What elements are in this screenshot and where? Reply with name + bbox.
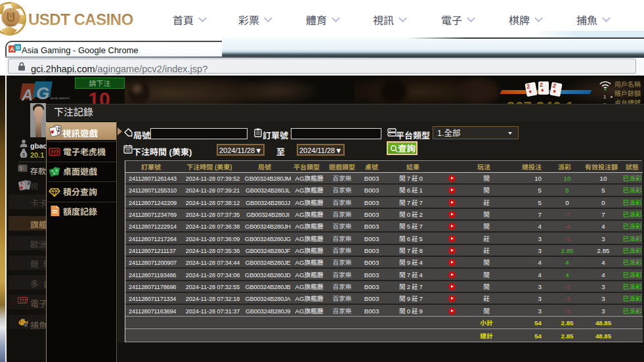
svg-text:777: 777 xyxy=(51,149,59,155)
svg-text:777: 777 xyxy=(20,297,27,304)
svg-text:*: * xyxy=(26,143,28,147)
